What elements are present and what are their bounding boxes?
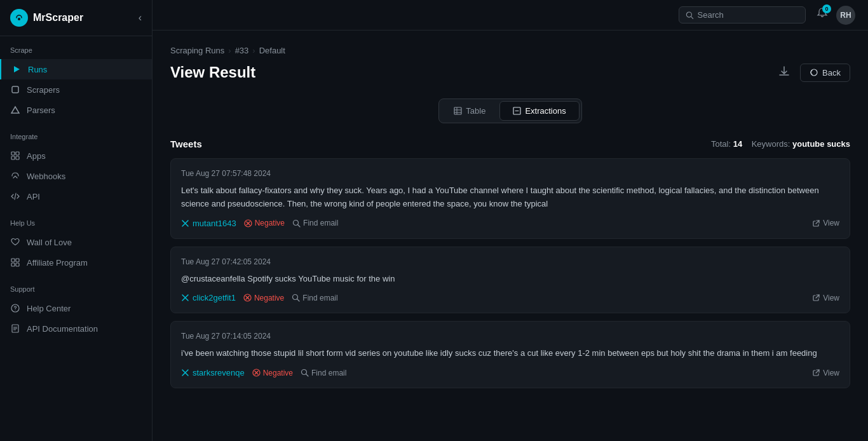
external-link-icon: [812, 219, 820, 227]
avatar[interactable]: RH: [836, 6, 855, 25]
search-email-icon: [292, 294, 300, 302]
sentiment-badge: Negative: [244, 219, 285, 227]
tweet-content: Let's talk about fallacy-fixators and wh…: [181, 184, 839, 211]
total-count: 14: [733, 139, 742, 149]
find-email-button[interactable]: Find email: [292, 219, 338, 227]
x-social-icon: [181, 369, 189, 377]
sidebar-item-webhooks[interactable]: Webhooks: [0, 166, 152, 186]
sidebar-item-label: Parsers: [27, 105, 55, 115]
sidebar-item-apps[interactable]: Apps: [0, 146, 152, 166]
sidebar-item-runs[interactable]: Runs: [0, 59, 152, 79]
sentiment-badge: Negative: [243, 294, 284, 302]
tab-extractions[interactable]: Extractions: [499, 101, 579, 121]
search-input[interactable]: [698, 10, 799, 20]
view-link[interactable]: View: [812, 294, 839, 302]
runs-icon: [11, 64, 22, 74]
webhooks-icon: [10, 171, 20, 181]
breadcrumb-run-id[interactable]: #33: [235, 46, 249, 55]
tweet-actions-left: mutant1643 Negative: [181, 219, 338, 228]
view-link[interactable]: View: [812, 219, 839, 227]
tweets-meta: Total: 14 Keywords: youtube sucks: [711, 139, 850, 149]
tab-extractions-label: Extractions: [525, 106, 566, 116]
docs-icon: [10, 323, 20, 334]
back-icon: [810, 68, 818, 77]
breadcrumb-scraping-runs[interactable]: Scraping Runs: [170, 46, 224, 55]
sidebar-item-help-center[interactable]: Help Center: [0, 298, 152, 318]
find-email-label: Find email: [311, 369, 346, 377]
tweet-user[interactable]: click2getfit1: [181, 293, 236, 302]
negative-icon: [243, 294, 252, 302]
view-link[interactable]: View: [812, 369, 839, 377]
page-title: View Result: [170, 64, 255, 81]
tweet-card: Tue Aug 27 07:14:05 2024 i've been watch…: [170, 321, 850, 388]
apps-icon: [10, 151, 20, 161]
sidebar-item-label: Scrapers: [27, 85, 60, 95]
sidebar-item-affiliate[interactable]: Affiliate Program: [0, 252, 152, 273]
tweet-date: Tue Aug 27 07:14:05 2024: [181, 332, 839, 341]
tweet-actions-left: starksrevenqe Negative: [181, 368, 346, 377]
sidebar-item-label: Help Center: [27, 304, 71, 313]
sidebar-item-label: Webhooks: [27, 172, 65, 181]
svg-rect-22: [454, 107, 461, 114]
tweet-footer: mutant1643 Negative: [181, 219, 839, 228]
content-area: Scraping Runs › #33 › Default View Resul…: [153, 31, 868, 441]
tweet-card: Tue Aug 27 07:57:48 2024 Let's talk abou…: [170, 158, 850, 239]
help-icon: [10, 303, 20, 313]
tweet-footer: starksrevenqe Negative: [181, 368, 839, 377]
sidebar-item-label: Wall of Love: [27, 238, 72, 247]
tweet-username: click2getfit1: [193, 293, 236, 302]
tweet-user[interactable]: starksrevenqe: [181, 368, 245, 377]
svg-marker-2: [14, 66, 20, 72]
svg-rect-6: [16, 152, 19, 155]
tab-table[interactable]: Table: [441, 101, 498, 121]
sidebar-item-label: Apps: [27, 151, 46, 161]
tweet-user[interactable]: mutant1643: [181, 219, 236, 228]
notification-button[interactable]: 0: [816, 7, 829, 23]
tweets-header: Tweets Total: 14 Keywords: youtube sucks: [170, 139, 850, 149]
keywords-label: Keywords:: [752, 139, 790, 149]
section-label-helpus: Help Us: [0, 217, 152, 232]
section-label-support: Support: [0, 283, 152, 298]
tweet-date: Tue Aug 27 07:42:05 2024: [181, 257, 839, 266]
external-link-icon: [812, 294, 820, 302]
svg-point-21: [811, 69, 817, 76]
tweet-content: @crustaceanfella Spotify sucks YouTube m…: [181, 273, 839, 286]
x-social-icon: [181, 294, 189, 302]
tweet-card: Tue Aug 27 07:42:05 2024 @crustaceanfell…: [170, 247, 850, 314]
svg-rect-7: [11, 156, 15, 159]
find-email-button[interactable]: Find email: [292, 294, 337, 302]
sidebar-item-label: API Documentation: [27, 324, 98, 334]
svg-line-20: [691, 17, 693, 18]
tweet-date: Tue Aug 27 07:57:48 2024: [181, 169, 839, 178]
sidebar-item-parsers[interactable]: Parsers: [0, 100, 152, 120]
search-bar[interactable]: [679, 6, 806, 24]
sentiment-badge: Negative: [252, 369, 293, 377]
sidebar-item-wall-of-love[interactable]: Wall of Love: [0, 232, 152, 252]
download-button[interactable]: [775, 62, 794, 83]
external-link-icon: [812, 369, 820, 377]
negative-icon: [252, 369, 261, 377]
sidebar-item-scrapers[interactable]: Scrapers: [0, 79, 152, 100]
tab-table-label: Table: [466, 106, 485, 116]
breadcrumb-current: Default: [259, 46, 285, 55]
parsers-icon: [10, 105, 20, 115]
sidebar-section-helpus: Help Us Wall of Love Affiliate Program: [0, 209, 152, 275]
sidebar-item-api[interactable]: API: [0, 186, 152, 207]
sidebar: MrScraper ‹ Scrape Runs Scrapers: [0, 0, 153, 441]
sidebar-item-api-docs[interactable]: API Documentation: [0, 318, 152, 339]
search-email-icon: [301, 369, 309, 377]
sentiment-label: Negative: [254, 294, 284, 302]
svg-rect-10: [16, 259, 19, 262]
tweet-footer: click2getfit1 Negative: [181, 293, 839, 302]
collapse-button[interactable]: ‹: [139, 12, 142, 24]
find-email-button[interactable]: Find email: [301, 369, 346, 377]
back-button[interactable]: Back: [800, 64, 850, 82]
view-label: View: [823, 219, 839, 227]
sidebar-header: MrScraper ‹: [0, 0, 152, 36]
find-email-label: Find email: [303, 219, 338, 227]
svg-line-32: [816, 221, 819, 224]
view-label: View: [823, 369, 839, 377]
main-content: 0 RH Scraping Runs › #33 › Default View …: [153, 0, 868, 441]
svg-rect-5: [11, 152, 15, 155]
sidebar-section-scrape: Scrape Runs Scrapers Parsers: [0, 36, 152, 123]
